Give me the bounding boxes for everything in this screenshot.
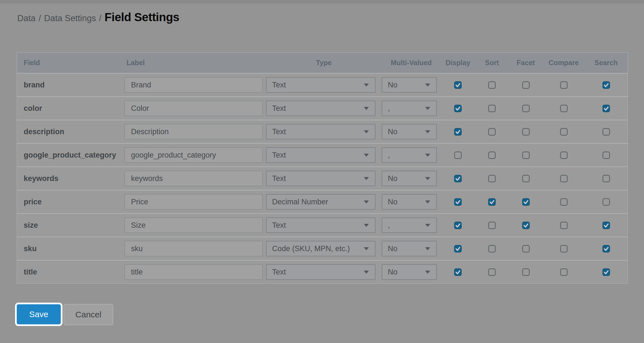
type-select[interactable]: Text bbox=[266, 217, 376, 233]
facet-checkbox[interactable] bbox=[522, 245, 530, 253]
compare-checkbox[interactable] bbox=[560, 81, 568, 89]
table-row: brand Text No bbox=[17, 73, 628, 96]
search-checkbox[interactable] bbox=[602, 245, 610, 253]
multi-valued-select-value: No bbox=[388, 244, 398, 253]
facet-checkbox[interactable] bbox=[522, 222, 530, 229]
dropdown-arrow-icon bbox=[425, 271, 430, 274]
type-select[interactable]: Text bbox=[266, 264, 376, 280]
type-select[interactable]: Text bbox=[266, 77, 376, 93]
check-icon bbox=[603, 222, 609, 228]
label-input[interactable] bbox=[124, 77, 263, 93]
facet-checkbox[interactable] bbox=[522, 198, 530, 206]
search-checkbox[interactable] bbox=[602, 268, 610, 276]
multi-valued-select[interactable]: No bbox=[382, 264, 437, 280]
multi-valued-select[interactable]: No bbox=[382, 194, 437, 210]
facet-checkbox[interactable] bbox=[522, 128, 530, 136]
multi-valued-select[interactable]: , bbox=[382, 147, 437, 163]
type-select[interactable]: Text bbox=[266, 124, 376, 139]
check-icon bbox=[455, 246, 461, 252]
sort-checkbox[interactable] bbox=[488, 105, 496, 112]
multi-valued-select[interactable]: , bbox=[382, 101, 437, 116]
compare-checkbox[interactable] bbox=[560, 175, 568, 182]
search-checkbox[interactable] bbox=[602, 105, 610, 112]
type-select-value: Text bbox=[272, 81, 286, 89]
search-checkbox[interactable] bbox=[602, 175, 610, 182]
type-select[interactable]: Code (SKU, MPN, etc.) bbox=[266, 241, 376, 256]
sort-checkbox[interactable] bbox=[488, 222, 496, 229]
compare-checkbox[interactable] bbox=[560, 268, 568, 276]
sort-checkbox[interactable] bbox=[488, 81, 496, 89]
label-input[interactable] bbox=[124, 217, 263, 233]
facet-checkbox[interactable] bbox=[522, 268, 530, 276]
check-icon bbox=[603, 269, 609, 275]
dropdown-arrow-icon bbox=[425, 247, 430, 250]
facet-checkbox[interactable] bbox=[522, 175, 530, 182]
table-row: color Text , bbox=[17, 96, 628, 120]
facet-checkbox[interactable] bbox=[522, 81, 530, 89]
label-input[interactable] bbox=[124, 101, 263, 116]
facet-checkbox[interactable] bbox=[522, 151, 530, 159]
compare-checkbox[interactable] bbox=[560, 151, 568, 159]
multi-valued-select[interactable]: No bbox=[382, 241, 437, 256]
sort-checkbox[interactable] bbox=[488, 175, 496, 182]
compare-checkbox[interactable] bbox=[560, 128, 568, 136]
sort-checkbox[interactable] bbox=[488, 151, 496, 159]
multi-valued-select[interactable]: No bbox=[382, 77, 437, 93]
label-input[interactable] bbox=[124, 147, 263, 163]
dropdown-arrow-icon bbox=[425, 177, 430, 180]
display-checkbox[interactable] bbox=[454, 175, 462, 182]
multi-valued-select[interactable]: No bbox=[382, 124, 437, 139]
search-checkbox[interactable] bbox=[602, 222, 610, 229]
type-select[interactable]: Text bbox=[266, 171, 376, 186]
label-input[interactable] bbox=[124, 124, 263, 139]
label-input[interactable] bbox=[124, 194, 263, 210]
compare-checkbox[interactable] bbox=[560, 222, 568, 229]
label-input[interactable] bbox=[124, 264, 263, 280]
label-input[interactable] bbox=[124, 241, 263, 256]
label-input[interactable] bbox=[124, 171, 263, 186]
sort-checkbox[interactable] bbox=[488, 198, 496, 206]
display-checkbox[interactable] bbox=[454, 81, 462, 89]
type-select[interactable]: Text bbox=[266, 147, 376, 163]
dropdown-arrow-icon bbox=[425, 154, 430, 157]
display-checkbox[interactable] bbox=[454, 245, 462, 253]
sort-checkbox[interactable] bbox=[488, 245, 496, 253]
field-settings-table: Field Label Type Multi-Valued Display So… bbox=[17, 52, 628, 284]
sort-checkbox[interactable] bbox=[488, 268, 496, 276]
display-checkbox[interactable] bbox=[454, 222, 462, 229]
breadcrumb-link-data-settings[interactable]: Data Settings bbox=[44, 13, 96, 23]
compare-checkbox[interactable] bbox=[560, 245, 568, 253]
breadcrumb-link-data[interactable]: Data bbox=[17, 13, 35, 23]
multi-valued-select-value: No bbox=[388, 128, 398, 136]
check-icon bbox=[455, 106, 461, 111]
type-select-value: Text bbox=[272, 104, 286, 113]
field-name: brand bbox=[17, 81, 45, 89]
check-icon bbox=[455, 82, 461, 88]
type-select[interactable]: Text bbox=[266, 101, 376, 116]
display-checkbox[interactable] bbox=[454, 151, 462, 159]
type-select-value: Text bbox=[272, 151, 286, 160]
breadcrumb-separator: / bbox=[99, 13, 101, 23]
field-name: price bbox=[17, 198, 42, 206]
sort-checkbox[interactable] bbox=[488, 128, 496, 136]
search-checkbox[interactable] bbox=[602, 128, 610, 136]
display-checkbox[interactable] bbox=[454, 268, 462, 276]
form-actions: Save Cancel bbox=[17, 302, 184, 333]
display-checkbox[interactable] bbox=[454, 105, 462, 112]
multi-valued-select[interactable]: , bbox=[382, 217, 437, 233]
type-select[interactable]: Decimal Number bbox=[266, 194, 376, 210]
search-checkbox[interactable] bbox=[602, 198, 610, 206]
compare-checkbox[interactable] bbox=[560, 105, 568, 112]
table-row: description Text No bbox=[17, 120, 628, 143]
multi-valued-select[interactable]: No bbox=[382, 171, 437, 186]
compare-checkbox[interactable] bbox=[560, 198, 568, 206]
column-header-multi-valued: Multi-Valued bbox=[382, 59, 441, 67]
facet-checkbox[interactable] bbox=[522, 105, 530, 112]
search-checkbox[interactable] bbox=[602, 81, 610, 89]
cancel-button[interactable]: Cancel bbox=[64, 304, 113, 325]
display-checkbox[interactable] bbox=[454, 198, 462, 206]
table-row: size Text , bbox=[17, 213, 628, 237]
save-button[interactable]: Save bbox=[17, 304, 61, 324]
search-checkbox[interactable] bbox=[602, 151, 610, 159]
display-checkbox[interactable] bbox=[454, 128, 462, 136]
